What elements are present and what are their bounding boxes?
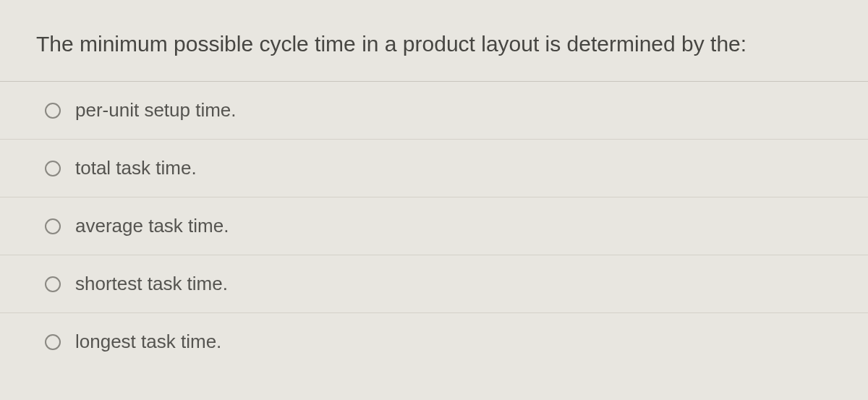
option-row[interactable]: shortest task time. xyxy=(0,255,868,313)
radio-icon[interactable] xyxy=(45,218,61,234)
option-label: total task time. xyxy=(75,157,197,179)
option-row[interactable]: average task time. xyxy=(0,197,868,255)
question-block: The minimum possible cycle time in a pro… xyxy=(0,0,868,82)
radio-icon[interactable] xyxy=(45,276,61,292)
option-label: longest task time. xyxy=(75,331,221,353)
options-list: per-unit setup time. total task time. av… xyxy=(0,82,868,370)
option-label: shortest task time. xyxy=(75,273,228,295)
option-label: average task time. xyxy=(75,215,229,237)
option-row[interactable]: longest task time. xyxy=(0,313,868,370)
option-row[interactable]: total task time. xyxy=(0,140,868,197)
radio-icon[interactable] xyxy=(45,334,61,350)
radio-icon[interactable] xyxy=(45,161,61,176)
question-text: The minimum possible cycle time in a pro… xyxy=(36,29,832,59)
option-row[interactable]: per-unit setup time. xyxy=(0,82,868,140)
radio-icon[interactable] xyxy=(45,103,61,119)
option-label: per-unit setup time. xyxy=(75,99,237,122)
quiz-container: The minimum possible cycle time in a pro… xyxy=(0,0,868,400)
